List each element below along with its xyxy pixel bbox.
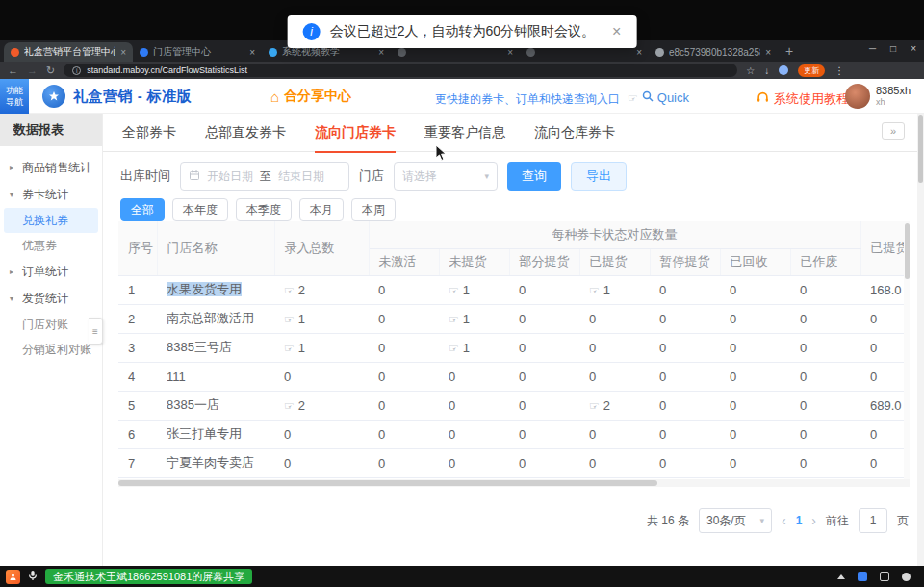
table-row: 7宁夏羊肉专卖店000000000: [118, 448, 910, 477]
tray-icon[interactable]: [880, 572, 889, 581]
tab-all-cards[interactable]: 全部券卡: [122, 114, 176, 152]
username: 8385xh: [876, 85, 911, 97]
page-scrollbar[interactable]: [917, 114, 924, 566]
scrollbar-thumb[interactable]: [918, 115, 923, 183]
link-pointer-icon: ☞: [284, 284, 295, 297]
store-select[interactable]: 请选择 ▾: [394, 162, 498, 191]
tab-close-icon[interactable]: ×: [507, 47, 513, 58]
table-body: 1水果发货专用☞20☞10☞1000168.02南京总部激活用☞10☞10000…: [118, 275, 910, 487]
back-icon[interactable]: ←: [8, 65, 18, 76]
quick-search[interactable]: ☞ Quick: [628, 90, 689, 105]
cell-count[interactable]: ☞2: [579, 391, 650, 420]
table-row: 6张三打单专用000000000: [118, 420, 910, 448]
window-controls: ─ □ ×: [869, 43, 916, 54]
scrollbar-thumb[interactable]: [905, 223, 910, 279]
quick-filter-all[interactable]: 全部: [120, 198, 165, 221]
cell-amount: 0: [860, 304, 910, 333]
site-info-icon[interactable]: i: [72, 66, 81, 75]
cell-count[interactable]: ☞1: [439, 275, 509, 304]
tab-warehouse-flow-cards[interactable]: 流向仓库券卡: [534, 114, 615, 152]
cell-count[interactable]: ☞1: [274, 333, 369, 362]
new-tab-button[interactable]: +: [785, 43, 793, 59]
cell-text: 0: [800, 312, 807, 326]
browser-tab[interactable]: e8c573980b1328a2586d2e6l ×: [649, 42, 778, 62]
tutorial-link[interactable]: 系统使用教程: [757, 90, 849, 108]
sidebar-item-rebate-reconciliation[interactable]: 分销返利对账: [0, 337, 102, 362]
quick-filter-month[interactable]: 本月: [299, 198, 344, 221]
cell-count: 0: [720, 275, 790, 304]
tab-close-icon[interactable]: ×: [120, 47, 126, 58]
url-bar[interactable]: i standard.maboy.cn/CardFlowStatisticsLi…: [64, 64, 737, 77]
cell-text: 8385一店: [167, 397, 219, 412]
user-menu[interactable]: 8385xh xh: [845, 84, 911, 109]
forward-icon[interactable]: →: [27, 65, 38, 76]
screen-share-label: 金禾通技术王斌18662591081的屏幕共享: [45, 569, 252, 584]
browser-menu-icon[interactable]: ⋮: [834, 65, 844, 76]
sidebar-item-order-stats[interactable]: ▸ 订单统计: [0, 258, 102, 285]
cell-count[interactable]: ☞1: [439, 304, 509, 333]
sidebar-item-shipping-stats[interactable]: ▾ 发货统计: [0, 285, 102, 312]
sidebar-item-store-reconciliation[interactable]: 门店对账: [0, 312, 102, 337]
refresh-icon[interactable]: ↻: [46, 65, 55, 76]
sidebar-item-discount-coupon[interactable]: 优惠券: [0, 233, 102, 258]
user-avatar: [845, 84, 870, 109]
tab-hq-direct-cards[interactable]: 总部直发券卡: [205, 114, 286, 152]
prev-page-button[interactable]: ‹: [782, 513, 786, 528]
download-icon[interactable]: ↓: [764, 65, 769, 76]
panel-collapse-button[interactable]: »: [882, 122, 905, 140]
table-horizontal-scrollbar[interactable]: [118, 479, 910, 487]
cell-count[interactable]: ☞1: [439, 333, 509, 362]
tab-store-flow-cards[interactable]: 流向门店券卡: [315, 114, 396, 152]
function-nav-button[interactable]: 功能 导航: [0, 79, 29, 114]
cell-count[interactable]: ☞2: [274, 275, 369, 304]
browser-tab[interactable]: 门店管理中心 ×: [133, 42, 262, 62]
url-text: standard.maboy.cn/CardFlowStatisticsList: [87, 65, 247, 75]
tab-close-icon[interactable]: ×: [378, 47, 384, 58]
page-size-select[interactable]: 30条/页 ▾: [699, 508, 772, 533]
browser-profile-icon[interactable]: [779, 65, 788, 75]
sidebar-collapse-handle[interactable]: ≡: [89, 318, 103, 345]
scrollbar-thumb[interactable]: [118, 480, 657, 486]
toast-close-icon[interactable]: ×: [612, 23, 621, 40]
microphone-icon[interactable]: [28, 568, 38, 585]
sidebar-item-product-sales[interactable]: ▸ 商品销售统计: [0, 154, 102, 181]
sidebar-item-gift-coupon[interactable]: 兑换礼券: [4, 208, 98, 233]
goto-page-input[interactable]: 1: [859, 508, 887, 533]
export-button[interactable]: 导出: [571, 162, 627, 191]
tab-close-icon[interactable]: ×: [636, 47, 642, 58]
tab-title: 门店管理中心: [153, 45, 244, 59]
window-close-button[interactable]: ×: [911, 43, 916, 54]
tab-favicon-icon: [11, 48, 19, 57]
window-maximize-button[interactable]: □: [890, 43, 896, 54]
cell-row-index: 1: [118, 275, 157, 304]
share-center-link[interactable]: ⌂ 合分享中心: [270, 88, 351, 105]
cell-count[interactable]: ☞1: [579, 275, 650, 304]
bookmark-star-icon[interactable]: ☆: [746, 65, 755, 76]
cell-text: 1: [463, 341, 470, 355]
cell-count[interactable]: ☞2: [274, 391, 369, 420]
quick-filter-quarter[interactable]: 本季度: [236, 198, 292, 221]
quick-entry-promo-link[interactable]: 更快捷的券卡、订单和快递查询入口: [435, 91, 620, 108]
window-minimize-button[interactable]: ─: [869, 43, 876, 54]
tray-icon[interactable]: [902, 573, 911, 581]
tray-expand-icon[interactable]: [837, 574, 845, 579]
date-range-input[interactable]: 开始日期 至 结束日期: [180, 162, 349, 191]
tray-app-icon[interactable]: [858, 572, 867, 581]
caret-right-icon: ▸: [10, 164, 18, 172]
cell-text: 0: [449, 456, 455, 471]
cell-count[interactable]: ☞1: [274, 304, 369, 333]
link-pointer-icon: ☞: [284, 342, 295, 355]
browser-tab[interactable]: 礼盒营销平台管理中心 ×: [4, 42, 133, 62]
tab-close-icon[interactable]: ×: [249, 47, 255, 58]
sidebar-item-card-stats[interactable]: ▾ 券卡统计: [0, 181, 102, 208]
page-number-1[interactable]: 1: [796, 514, 803, 527]
browser-update-chip[interactable]: 更新: [798, 64, 825, 77]
search-button[interactable]: 查询: [507, 162, 561, 191]
tab-close-icon[interactable]: ×: [765, 47, 771, 58]
cell-text: 0: [659, 370, 666, 384]
quick-filter-year[interactable]: 本年度: [172, 198, 228, 221]
quick-filter-week[interactable]: 本周: [351, 198, 396, 221]
next-page-button[interactable]: ›: [811, 513, 816, 528]
meeting-app-icon[interactable]: [6, 570, 20, 584]
table-vertical-scrollbar[interactable]: [904, 221, 910, 479]
